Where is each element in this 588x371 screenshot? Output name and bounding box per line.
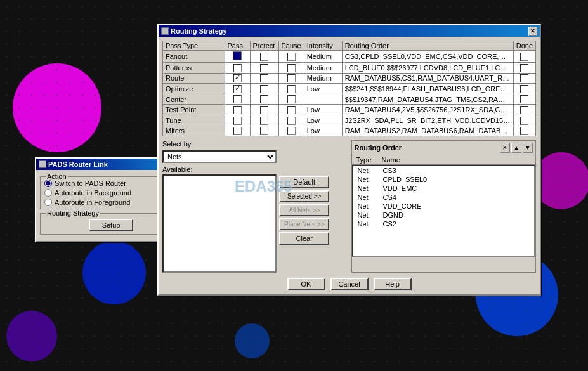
routing-strategy-content: Pass Type Pass Protect Pause Intensity R… [159, 37, 540, 294]
protect-checkbox-0[interactable] [260, 53, 268, 61]
done-checkbox-0[interactable] [520, 53, 528, 61]
routing-order-row-0[interactable]: NetCS3 [353, 166, 535, 175]
row-protect-5[interactable] [250, 105, 278, 115]
pause-checkbox-4[interactable] [287, 95, 296, 103]
routing-order-row-6[interactable]: NetCS2 [353, 219, 535, 228]
row-pass-type-4: Center [163, 94, 225, 105]
all-nets-button[interactable]: All Nets >> [279, 204, 329, 216]
row-pause-0[interactable] [278, 51, 304, 63]
row-pause-5[interactable] [278, 105, 304, 115]
clear-button[interactable]: Clear [279, 232, 329, 245]
done-checkbox-3[interactable] [520, 85, 528, 93]
pass-checkbox-3[interactable] [233, 85, 242, 93]
row-pause-7[interactable] [278, 126, 304, 136]
done-checkbox-1[interactable] [520, 64, 528, 72]
done-checkbox-6[interactable] [520, 117, 528, 125]
row-protect-3[interactable] [250, 84, 278, 94]
pause-checkbox-3[interactable] [287, 85, 296, 93]
pause-checkbox-5[interactable] [287, 106, 296, 114]
routing-order-row-5[interactable]: NetDGND [353, 211, 535, 219]
row-done-0[interactable] [513, 51, 535, 63]
protect-checkbox-4[interactable] [260, 95, 268, 103]
order-type-1: Net [355, 176, 381, 183]
row-pause-1[interactable] [278, 63, 304, 74]
action-fg-label: Autoroute in Foreground [55, 199, 130, 206]
setup-button[interactable]: Setup [89, 219, 133, 231]
row-pass-4[interactable] [225, 94, 250, 105]
routing-order-down-btn[interactable]: ▼ [523, 143, 533, 153]
row-pass-6[interactable] [225, 115, 250, 126]
pass-checkbox-5[interactable] [233, 106, 242, 114]
watermark: EDA365 [235, 178, 292, 195]
done-checkbox-2[interactable] [520, 74, 528, 82]
routing-order-row-1[interactable]: NetCPLD_SSEL0 [353, 175, 535, 184]
row-protect-2[interactable] [250, 73, 278, 84]
row-done-5[interactable] [513, 105, 535, 115]
done-checkbox-5[interactable] [520, 106, 528, 114]
row-protect-6[interactable] [250, 115, 278, 126]
row-routing-order-3: $$$241,$$$18944,FLASH_DATABUS6,LCD_GREEN… [342, 84, 513, 94]
row-pause-6[interactable] [278, 115, 304, 126]
row-done-4[interactable] [513, 94, 535, 105]
protect-checkbox-1[interactable] [260, 64, 268, 72]
select-by-dropdown[interactable]: Nets [162, 150, 277, 163]
done-checkbox-7[interactable] [520, 127, 528, 135]
row-protect-7[interactable] [250, 126, 278, 136]
routing-order-row-3[interactable]: NetCS4 [353, 193, 535, 202]
row-pass-0[interactable] [225, 51, 250, 63]
protect-checkbox-6[interactable] [260, 117, 268, 125]
row-protect-1[interactable] [250, 63, 278, 74]
routing-table-container: Pass Type Pass Protect Pause Intensity R… [162, 41, 536, 136]
row-done-6[interactable] [513, 115, 535, 126]
right-panel: Routing Order ✕ ▲ ▼ Type Name NetCS3NetC… [351, 140, 537, 273]
routing-order-col-headers: Type Name [352, 155, 536, 165]
close-button[interactable]: ✕ [528, 27, 537, 36]
done-checkbox-4[interactable] [520, 95, 528, 103]
routing-strategy-groupbox-label: Routing Strategy [46, 209, 100, 217]
row-done-1[interactable] [513, 63, 535, 74]
pause-checkbox-2[interactable] [287, 74, 296, 82]
pads-router-link-icon [39, 160, 46, 168]
plane-nets-button[interactable]: Plane Nets >> [279, 218, 329, 230]
row-done-2[interactable] [513, 73, 535, 84]
protect-checkbox-7[interactable] [260, 127, 268, 135]
order-type-5: Net [355, 211, 381, 219]
row-pass-7[interactable] [225, 126, 250, 136]
pass-checkbox-2[interactable] [233, 74, 242, 82]
col-intensity: Intensity [304, 41, 342, 51]
help-button[interactable]: Help [374, 278, 412, 290]
routing-order-listbox[interactable]: NetCS3NetCPLD_SSEL0NetVDD_EMCNetCS4NetVD… [352, 165, 536, 257]
routing-order-row-4[interactable]: NetVDD_CORE [353, 202, 535, 211]
row-done-3[interactable] [513, 84, 535, 94]
routing-order-row-2[interactable]: NetVDD_EMC [353, 184, 535, 193]
row-pause-2[interactable] [278, 73, 304, 84]
routing-order-up-btn[interactable]: ▲ [511, 143, 521, 153]
row-protect-4[interactable] [250, 94, 278, 105]
row-pass-5[interactable] [225, 105, 250, 115]
pass-checkbox-7[interactable] [233, 127, 242, 135]
pause-checkbox-1[interactable] [287, 64, 296, 72]
protect-checkbox-2[interactable] [260, 74, 268, 82]
order-type-4: Net [355, 202, 381, 210]
row-pass-2[interactable] [225, 73, 250, 84]
row-done-7[interactable] [513, 126, 535, 136]
protect-checkbox-5[interactable] [260, 106, 268, 114]
pause-checkbox-6[interactable] [287, 117, 296, 125]
ok-button[interactable]: OK [287, 278, 325, 290]
pause-checkbox-0[interactable] [287, 53, 296, 61]
pass-checkbox-4[interactable] [233, 95, 242, 103]
pass-checkbox-6[interactable] [233, 117, 242, 125]
pause-checkbox-7[interactable] [287, 127, 296, 135]
protect-checkbox-3[interactable] [260, 85, 268, 93]
routing-strategy-title: Routing Strategy [171, 27, 227, 35]
pass-blue-checkbox-0[interactable] [233, 51, 242, 60]
cancel-button[interactable]: Cancel [330, 278, 369, 290]
row-pass-3[interactable] [225, 84, 250, 94]
row-pause-3[interactable] [278, 84, 304, 94]
row-pause-4[interactable] [278, 94, 304, 105]
pass-checkbox-1[interactable] [233, 64, 242, 72]
col-pass: Pass [225, 41, 250, 51]
row-pass-1[interactable] [225, 63, 250, 74]
routing-order-delete-btn[interactable]: ✕ [500, 143, 510, 153]
row-protect-0[interactable] [250, 51, 278, 63]
